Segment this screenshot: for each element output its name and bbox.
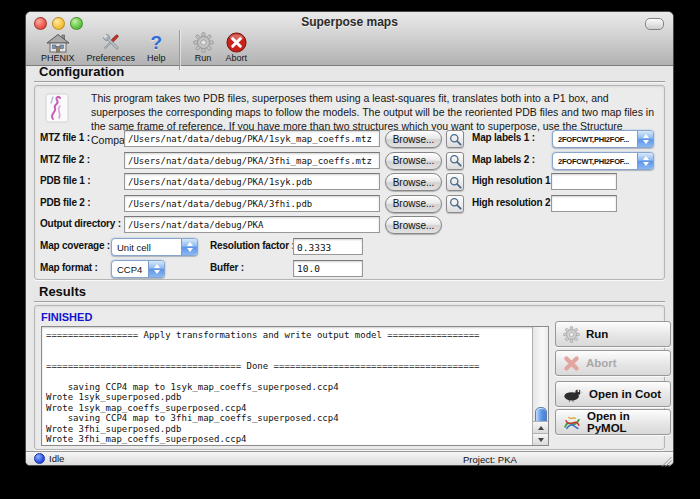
- mtz-file-1-label: MTZ file 1 :: [40, 132, 90, 143]
- magnifier-icon: [449, 176, 462, 189]
- open-in-pymol-button[interactable]: Open in PyMOL: [555, 409, 671, 435]
- gear-icon: [193, 32, 214, 53]
- toolbar-phenix-button[interactable]: PHENIX: [35, 32, 81, 65]
- open-in-coot-button[interactable]: Open in Coot: [555, 381, 671, 407]
- mtz-file-1-row: MTZ file 1 : Browse... Map labels 1 : 2F…: [35, 130, 664, 148]
- console-line: saving CCP4 map to 3fhi_map_coeffs_super…: [46, 413, 533, 423]
- toolbar-preferences-button[interactable]: Preferences: [81, 32, 142, 65]
- run-button[interactable]: Run: [555, 321, 671, 347]
- toolbar-help-button[interactable]: ? Help: [141, 32, 172, 65]
- pdb-file-2-view-button[interactable]: [446, 195, 464, 213]
- configuration-divider: [34, 81, 665, 83]
- console-text: ================= Apply transformations …: [42, 327, 533, 445]
- abort-button-label: Abort: [586, 357, 617, 369]
- console-output[interactable]: ================= Apply transformations …: [41, 326, 549, 446]
- mtz-file-2-label: MTZ file 2 :: [40, 154, 90, 165]
- console-line: [46, 372, 533, 382]
- buffer-input[interactable]: [293, 260, 363, 277]
- map-coverage-dropdown[interactable]: Unit cell: [111, 238, 198, 256]
- pdb-file-1-row: PDB file 1 : Browse... High resolution 1…: [35, 173, 664, 191]
- scroll-up-icon: [538, 426, 544, 430]
- output-directory-input[interactable]: [124, 216, 380, 233]
- updown-arrows-icon: [181, 239, 197, 255]
- console-line: [46, 351, 533, 361]
- toolbar-help-label: Help: [147, 53, 166, 63]
- toolbar-run-label: Run: [195, 53, 212, 63]
- protein-ribbon-icon: [45, 93, 69, 123]
- high-resolution-1-input[interactable]: [551, 173, 617, 190]
- open-in-coot-label: Open in Coot: [589, 388, 661, 400]
- map-format-label: Map format :: [40, 262, 98, 273]
- x-icon: [563, 355, 580, 372]
- map-labels-1-value: 2FOFCWT,PHI2FOF...: [558, 135, 635, 144]
- status-project-label: Project: PKA: [463, 454, 517, 465]
- console-line: Wrote 1syk_map_coeffs_superposed.ccp4: [46, 403, 533, 413]
- mtz-file-1-view-button[interactable]: [446, 130, 464, 148]
- map-format-value: CCP4: [117, 264, 146, 275]
- map-format-dropdown[interactable]: CCP4: [111, 260, 165, 278]
- magnifier-icon: [449, 197, 462, 210]
- map-labels-2-dropdown[interactable]: 2FOFCWT,PHI2FOF...: [552, 152, 654, 170]
- toolbar-toggle-button[interactable]: [645, 18, 664, 30]
- resolution-factor-input[interactable]: [293, 238, 363, 255]
- house-icon: [45, 32, 71, 53]
- mtz-file-1-browse-button[interactable]: Browse...: [385, 130, 442, 148]
- toolbar-abort-button[interactable]: Abort: [220, 32, 254, 65]
- toolbar-abort-label: Abort: [226, 53, 248, 63]
- pdb-file-2-input[interactable]: [124, 195, 380, 212]
- updown-arrows-icon: [637, 153, 653, 169]
- results-divider: [34, 301, 665, 303]
- console-line: [46, 340, 533, 350]
- mtz-file-2-input[interactable]: [124, 152, 380, 169]
- map-coverage-value: Unit cell: [117, 242, 179, 253]
- console-line: ==================================== Don…: [46, 361, 533, 371]
- output-directory-label: Output directory :: [40, 218, 121, 229]
- status-indicator-icon: [34, 453, 45, 464]
- gear-icon: [563, 326, 580, 343]
- question-mark-icon: ?: [151, 32, 163, 53]
- pdb-file-1-view-button[interactable]: [446, 173, 464, 191]
- buffer-label: Buffer :: [210, 262, 244, 273]
- console-line: saving CCP4 map to 1syk_map_coeffs_super…: [46, 382, 533, 392]
- configuration-heading: Configuration: [39, 64, 124, 79]
- pdb-file-2-browse-button[interactable]: Browse...: [385, 195, 442, 213]
- abort-button[interactable]: Abort: [555, 350, 671, 376]
- x-circle-icon: [226, 32, 247, 53]
- map-coverage-row: Map coverage : Unit cell Resolution fact…: [35, 238, 664, 256]
- app-window: Superpose maps PHENIX: [25, 11, 674, 466]
- mtz-file-2-view-button[interactable]: [446, 152, 464, 170]
- output-directory-browse-button[interactable]: Browse...: [385, 216, 442, 234]
- scrollbar-buttons: [533, 421, 548, 445]
- resize-grip-icon[interactable]: [661, 453, 672, 464]
- map-labels-1-dropdown[interactable]: 2FOFCWT,PHI2FOF...: [552, 130, 654, 148]
- toolbar-run-button[interactable]: Run: [187, 32, 220, 65]
- high-resolution-2-label: High resolution 2 :: [472, 197, 556, 208]
- results-panel: FINISHED ================= Apply transfo…: [34, 305, 665, 450]
- run-button-label: Run: [586, 328, 608, 340]
- console-line: Wrote 1syk_superposed.pdb: [46, 392, 533, 402]
- map-format-row: Map format : CCP4 Buffer :: [35, 260, 664, 278]
- updown-arrows-icon: [148, 261, 164, 277]
- pdb-file-2-label: PDB file 2 :: [40, 197, 90, 208]
- map-labels-2-value: 2FOFCWT,PHI2FOF...: [558, 157, 635, 166]
- status-state-label: Idle: [49, 453, 64, 464]
- coot-bird-icon: [563, 387, 583, 402]
- pdb-file-1-label: PDB file 1 :: [40, 175, 90, 186]
- scroll-up-button[interactable]: [533, 421, 548, 433]
- mtz-file-1-input[interactable]: [124, 130, 380, 147]
- titlebar[interactable]: Superpose maps: [26, 12, 673, 32]
- tools-icon: [99, 32, 123, 53]
- window-title: Superpose maps: [26, 15, 673, 29]
- mtz-file-2-row: MTZ file 2 : Browse... Map labels 2 : 2F…: [35, 152, 664, 170]
- scroll-down-button[interactable]: [533, 433, 548, 445]
- toolbar-separator: [179, 30, 180, 70]
- high-resolution-2-input[interactable]: [551, 195, 617, 212]
- scrollbar-track[interactable]: [532, 327, 548, 445]
- pdb-file-1-input[interactable]: [124, 173, 380, 190]
- pdb-file-1-browse-button[interactable]: Browse...: [385, 173, 442, 191]
- output-directory-row: Output directory : Browse...: [35, 216, 664, 234]
- map-labels-2-label: Map labels 2 :: [472, 154, 535, 165]
- status-state: Idle: [34, 453, 64, 464]
- mtz-file-2-browse-button[interactable]: Browse...: [385, 152, 442, 170]
- magnifier-icon: [449, 133, 462, 146]
